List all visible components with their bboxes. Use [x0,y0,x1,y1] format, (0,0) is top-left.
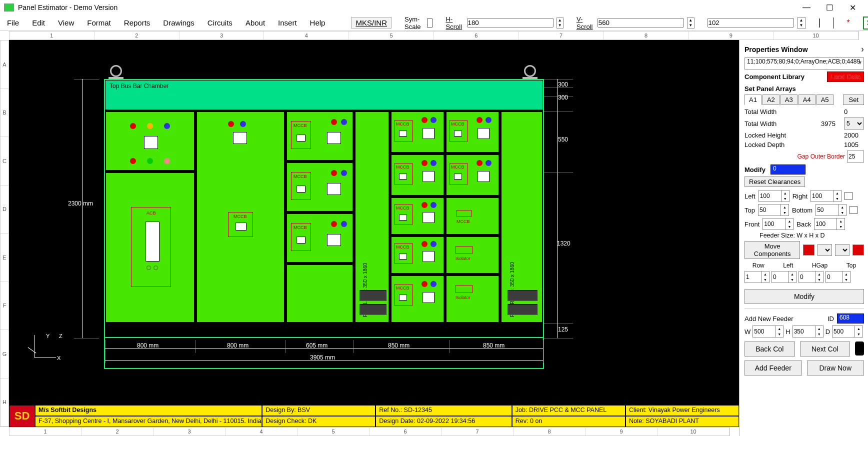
back-input[interactable] [814,218,837,230]
tab-a2[interactable]: A2 [762,94,780,105]
feeder-c1r1[interactable] [105,111,195,171]
zoom-spinner[interactable]: ▲▼ [797,18,806,28]
canvas-area: ABCD EFGH ABCD EFGH 12345 678910 Top Bus… [0,40,739,436]
feeder-c4b-r5[interactable]: Isolator [446,275,500,323]
vscroll-input[interactable] [598,18,684,28]
cable-alley-c5[interactable]: R/C5/R Size: 350 x 1860 [500,111,543,323]
id-field[interactable]: 608 [837,314,864,324]
feeder-c3-fill[interactable] [286,264,354,323]
hscroll-input[interactable] [467,18,554,28]
color-b-select[interactable] [835,244,850,256]
back-col-button[interactable]: Back Col [744,342,795,356]
modify-field[interactable]: 0 [770,164,806,174]
minimize-button[interactable]: — [795,0,818,15]
modify-button[interactable]: Modify [744,289,864,304]
symscale-label: Sym-Scale [404,16,424,30]
menu-drawings[interactable]: Drawings [163,18,194,27]
tab-a1[interactable]: A1 [744,94,762,105]
tab-a4[interactable]: A4 [798,94,816,105]
add-feeder-button[interactable]: Add Feeder [744,360,802,376]
draw-now-button[interactable]: Draw Now [807,360,864,376]
color-swatch-red[interactable] [803,244,814,256]
row-input[interactable] [744,271,762,283]
menu-about[interactable]: About [246,18,265,27]
vscroll-spinner[interactable]: ▲▼ [687,18,694,28]
symscale-checkbox[interactable] [427,18,433,28]
menu-reports[interactable]: Reports [124,18,150,27]
feeder-c4b-r4[interactable]: Isolator [446,236,500,274]
footer-company: M/s Softbit Designs [35,405,262,416]
color-swatch-red2[interactable] [852,244,864,256]
feeder-c4b-r1[interactable]: MCCB [446,111,500,153]
feeder-c4b-r3[interactable]: MCCB [446,197,500,235]
ruler-left: ABCD EFGH [0,40,9,427]
maximize-button[interactable]: ☐ [818,0,841,15]
hscroll-spinner[interactable]: ▲▼ [556,18,564,28]
window-title: Panel Estimator - Demo Version [18,4,795,12]
left-input[interactable] [758,190,782,202]
color-a-select[interactable] [818,244,832,256]
set-panel-arrays-label: Set Panel Arrays [744,85,864,92]
drawing-footer: SD M/s Softbit Designs Design By: BSV Re… [9,405,739,427]
chevron-right-icon[interactable]: › [861,44,864,54]
tab-a3[interactable]: A3 [780,94,798,105]
feeder-c4a-r5[interactable]: MCCB [390,275,444,323]
properties-combo[interactable]: 11;100;575;80;94;0;ArrayOne;ACB;0;4489 [744,58,864,70]
set-button[interactable]: Set [843,94,864,105]
zoom-input[interactable] [708,18,794,28]
front-input[interactable] [762,218,786,230]
top-input[interactable] [758,204,781,216]
hgap-input[interactable] [798,271,816,283]
feeder-c3r3[interactable]: MCCB [286,213,354,263]
menu-insert[interactable]: Insert [278,18,297,27]
feeder-c4b-r2[interactable]: MCCB [446,154,500,196]
feeder-c4a-r1[interactable]: MCCB [390,111,444,153]
feeder-c1r2-acb[interactable]: ACB [105,172,195,323]
d-input[interactable] [832,326,855,338]
right-input[interactable] [810,190,834,202]
top2-input[interactable] [826,271,842,283]
top-busbar-chamber[interactable]: Top Bus Bar Chamber [105,80,543,110]
feeder-c3r2[interactable]: MCCB [286,162,354,212]
gap-input[interactable] [847,150,864,162]
feeder-c2r1[interactable]: MCCB [196,111,285,323]
feeder-c4a-r2[interactable]: MCCB [390,154,444,196]
menu-circuits[interactable]: Circuits [208,18,232,27]
menu-help[interactable]: Help [310,18,326,27]
footer-client: Client: Vinayak Power Engineers [626,405,739,416]
required-star-icon: * [847,18,850,28]
component-library-label: Component Library [744,73,824,80]
reset-clearances-button[interactable]: Reset Clearances [744,176,805,187]
array-count-select[interactable]: 5 [844,118,864,130]
ruler-bottom: 12345 678910 [9,427,730,436]
left2-input[interactable] [772,271,788,283]
toolbar-colorbox[interactable] [833,18,834,28]
axes-icon: Y Z X [23,335,58,365]
h-input[interactable] [792,326,816,338]
toolbar-checkbox[interactable] [819,18,820,28]
cable-alley-c3[interactable]: R/C4/L Size: 350 x 1860 [354,111,390,323]
units-button[interactable]: MKS/INR [351,17,392,28]
feeder-c3r1[interactable]: MCCB [286,111,354,161]
column-indicator-icon [855,342,864,356]
gap-outer-border-label: Gap Outer Border [798,153,845,160]
drawing-canvas[interactable]: Top Bus Bar Chamber ACB [9,40,739,427]
menu-view[interactable]: View [58,18,74,27]
menu-file[interactable]: File [7,18,19,27]
bottom-input[interactable] [816,204,838,216]
hscroll-label: H-Scroll [446,16,464,30]
move-components-button[interactable]: Move Components [744,241,800,259]
lr-checkbox[interactable] [844,192,852,200]
tb-checkbox[interactable] [850,206,858,214]
feeder-c4a-r3[interactable]: MCCB [390,197,444,235]
menu-edit[interactable]: Edit [32,18,45,27]
menu-format[interactable]: Format [87,18,111,27]
next-col-button[interactable]: Next Col [800,342,850,356]
w-input[interactable] [752,326,776,338]
load-data-button[interactable]: Laod Data [827,72,864,82]
footer-note: Note: SOYABADI PLANT [626,416,739,427]
tab-a5[interactable]: A5 [816,94,834,105]
footer-design-date: Design Date: 02-09-2022 19:34:56 [376,416,512,427]
feeder-c4a-r4[interactable]: MCCB [390,236,444,274]
close-button[interactable]: ✕ [841,0,864,15]
